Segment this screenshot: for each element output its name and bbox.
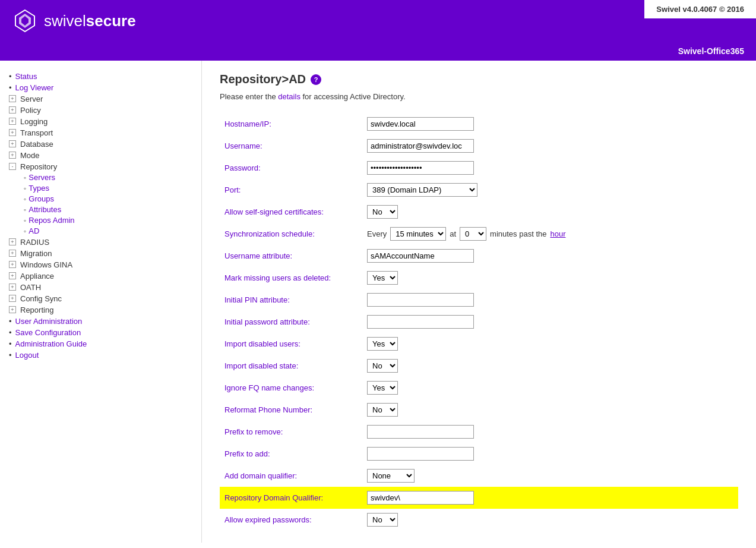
input-repository-domain-qualifier[interactable] bbox=[367, 491, 474, 505]
input-password[interactable] bbox=[367, 161, 474, 175]
label-add-domain-qualifier: Add domain qualifier: bbox=[220, 465, 362, 487]
value-add-domain-qualifier: NonePrependAppend bbox=[362, 465, 738, 487]
header: Swivel v4.0.4067 © 2016 swivelsecure bbox=[0, 0, 756, 42]
label-hostname-ip: Hostname/IP: bbox=[220, 113, 362, 135]
label-username: Username: bbox=[220, 135, 362, 157]
input-initial-password[interactable] bbox=[367, 315, 474, 329]
label-initial-pin: Initial PIN attribute: bbox=[220, 289, 362, 311]
value-port: 389 (Domain LDAP)636 (Domain LDAPS)3268 … bbox=[362, 179, 738, 201]
sidebar-label-policy: Policy bbox=[20, 106, 41, 115]
every-label: Every bbox=[367, 229, 387, 238]
label-sync-schedule: Synchronization schedule: bbox=[220, 223, 362, 245]
sidebar-label-repository: Repository bbox=[20, 162, 57, 171]
at-select[interactable]: 05101530 bbox=[460, 227, 486, 241]
version-badge: Swivel v4.0.4067 © 2016 bbox=[644, 0, 756, 18]
sidebar-link-administration-guide[interactable]: Administration Guide bbox=[15, 339, 87, 348]
sidebar-item-oath[interactable]: +OATH bbox=[9, 283, 192, 292]
label-mark-missing: Mark missing users as deleted: bbox=[220, 267, 362, 289]
expand-icon-reporting: + bbox=[9, 306, 16, 313]
label-repository-domain-qualifier: Repository Domain Qualifier: bbox=[220, 487, 362, 509]
input-prefix-remove[interactable] bbox=[367, 425, 474, 439]
sidebar-label-server: Server bbox=[20, 95, 43, 103]
sub-link-types[interactable]: Types bbox=[29, 184, 49, 193]
value-allow-expired-passwords: NoYes bbox=[362, 509, 738, 531]
hour-link[interactable]: hour bbox=[550, 229, 565, 238]
sidebar-item-database[interactable]: +Database bbox=[9, 140, 192, 149]
sidebar-item-logging[interactable]: +Logging bbox=[9, 117, 192, 126]
label-import-disabled-state: Import disabled state: bbox=[220, 355, 362, 377]
sidebar-link-status[interactable]: Status bbox=[15, 72, 37, 81]
select-allow-self-signed[interactable]: NoYes bbox=[367, 205, 398, 219]
expand-icon-transport: + bbox=[9, 129, 16, 136]
value-hostname-ip bbox=[362, 113, 738, 135]
value-prefix-add bbox=[362, 443, 738, 465]
sidebar-item-windows-gina[interactable]: +Windows GINA bbox=[9, 260, 192, 269]
sub-link-groups[interactable]: Groups bbox=[29, 194, 54, 203]
sidebar-label-oath: OATH bbox=[20, 283, 41, 292]
sidebar-link-save-configuration[interactable]: Save Configuration bbox=[15, 328, 81, 337]
sidebar-link-user-administration[interactable]: User Administration bbox=[15, 317, 83, 326]
input-initial-pin[interactable] bbox=[367, 293, 474, 307]
select-allow-expired-passwords[interactable]: NoYes bbox=[367, 513, 398, 527]
select-mark-missing[interactable]: YesNo bbox=[367, 271, 398, 285]
sidebar-item-repository[interactable]: -Repository bbox=[9, 162, 192, 171]
select-import-disabled-state[interactable]: NoYes bbox=[367, 359, 398, 373]
select-reformat-phone[interactable]: NoYes bbox=[367, 403, 398, 417]
sidebar-item-transport[interactable]: +Transport bbox=[9, 128, 192, 137]
input-hostname-ip[interactable] bbox=[367, 117, 474, 131]
version-text: Swivel v4.0.4067 © 2016 bbox=[656, 5, 744, 14]
sidebar-item-server[interactable]: +Server bbox=[9, 95, 192, 103]
expand-icon-server: + bbox=[9, 95, 16, 102]
select-add-domain-qualifier[interactable]: NonePrependAppend bbox=[367, 469, 415, 483]
logo-bold: secure bbox=[86, 12, 136, 30]
select-ignore-fq[interactable]: YesNo bbox=[367, 381, 398, 395]
input-username-attribute[interactable] bbox=[367, 249, 474, 263]
label-allow-self-signed: Allow self-signed certificates: bbox=[220, 201, 362, 223]
sub-link-servers[interactable]: Servers bbox=[29, 173, 55, 182]
sidebar-label-appliance: Appliance bbox=[20, 272, 54, 281]
value-import-disabled-state: NoYes bbox=[362, 355, 738, 377]
page-subtitle: Please enter the details for accessing A… bbox=[220, 92, 738, 101]
sidebar-item-migration[interactable]: +Migration bbox=[9, 249, 192, 258]
sidebar-item-radius[interactable]: +RADIUS bbox=[9, 238, 192, 247]
sidebar-item-mode[interactable]: +Mode bbox=[9, 151, 192, 160]
sidebar-label-mode: Mode bbox=[20, 151, 40, 160]
input-username[interactable] bbox=[367, 139, 474, 153]
expand-icon-mode: + bbox=[9, 152, 16, 159]
sidebar-link-logout[interactable]: Logout bbox=[15, 351, 39, 360]
label-import-disabled-users: Import disabled users: bbox=[220, 333, 362, 355]
subtitle-text: Please enter the details for accessing A… bbox=[220, 92, 406, 101]
value-import-disabled-users: YesNo bbox=[362, 333, 738, 355]
page-title: Repository>AD ? bbox=[220, 73, 738, 86]
input-prefix-add[interactable] bbox=[367, 447, 474, 461]
select-import-disabled-users[interactable]: YesNo bbox=[367, 337, 398, 351]
instance-name: Swivel-Office365 bbox=[678, 46, 744, 56]
sidebar-link-log-viewer[interactable]: Log Viewer bbox=[15, 83, 54, 92]
help-icon[interactable]: ? bbox=[311, 74, 321, 85]
sidebar-label-windows-gina: Windows GINA bbox=[20, 260, 72, 269]
sub-link-repos-admin[interactable]: Repos Admin bbox=[29, 216, 74, 225]
expand-icon-policy: + bbox=[9, 106, 16, 114]
sub-item-groups: Groups bbox=[24, 194, 192, 203]
label-username-attribute: Username attribute: bbox=[220, 245, 362, 267]
sub-link-ad[interactable]: AD bbox=[29, 226, 39, 235]
value-initial-password bbox=[362, 311, 738, 333]
select-port[interactable]: 389 (Domain LDAP)636 (Domain LDAPS)3268 … bbox=[367, 183, 477, 197]
sidebar-item-status: Status bbox=[9, 72, 192, 81]
sidebar-label-migration: Migration bbox=[20, 249, 52, 258]
sidebar-item-config-sync[interactable]: +Config Sync bbox=[9, 294, 192, 303]
expand-icon-radius: + bbox=[9, 238, 16, 245]
sidebar-item-policy[interactable]: +Policy bbox=[9, 106, 192, 115]
sidebar-item-reporting[interactable]: +Reporting bbox=[9, 306, 192, 314]
sidebar-item-administration-guide: Administration Guide bbox=[9, 339, 192, 348]
sidebar-item-appliance[interactable]: +Appliance bbox=[9, 272, 192, 281]
sidebar-item-save-configuration: Save Configuration bbox=[9, 328, 192, 337]
value-reformat-phone: NoYes bbox=[362, 399, 738, 421]
sync-schedule-row: Every5 minutes10 minutes15 minutes30 min… bbox=[367, 227, 733, 241]
value-mark-missing: YesNo bbox=[362, 267, 738, 289]
details-link[interactable]: details bbox=[278, 92, 300, 101]
value-sync-schedule: Every5 minutes10 minutes15 minutes30 min… bbox=[362, 223, 738, 245]
minutes-select[interactable]: 5 minutes10 minutes15 minutes30 minutes6… bbox=[390, 227, 446, 241]
sub-link-attributes[interactable]: Attributes bbox=[29, 205, 61, 214]
at-label: at bbox=[450, 229, 456, 238]
